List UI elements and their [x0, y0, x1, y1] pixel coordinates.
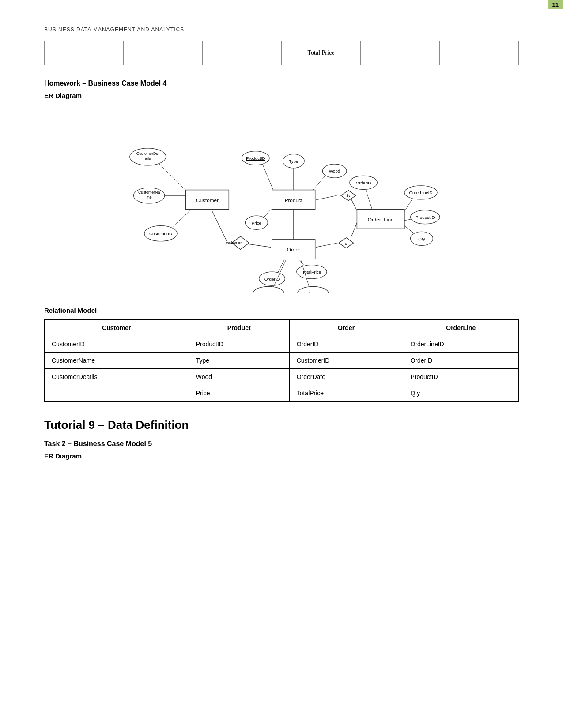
svg-text:OrderLineID: OrderLineID — [409, 190, 432, 195]
page: 11 BUSINESS DATA MANAGEMENT AND ANALYTIC… — [0, 0, 563, 491]
cell-productid2: ProductID — [403, 369, 519, 385]
cell-totalprice: TotalPrice — [289, 385, 403, 402]
svg-text:ails: ails — [145, 156, 151, 161]
cell-customerid2: CustomerID — [289, 353, 403, 369]
table-row: CustomerID ProductID OrderID OrderLineID — [45, 336, 519, 353]
svg-text:Customer: Customer — [196, 197, 219, 203]
cell-orderid2: OrderID — [403, 353, 519, 369]
productid-label: ProductID — [196, 341, 223, 348]
svg-text:CustomerNa: CustomerNa — [138, 190, 160, 195]
svg-text:Product: Product — [285, 197, 303, 203]
svg-line-4 — [316, 195, 337, 200]
er-diagram-heading: ER Diagram — [44, 92, 519, 99]
col-customer: Customer — [45, 320, 189, 336]
relational-table: Customer Product Order OrderLine Custome… — [44, 319, 519, 402]
table-row: Price TotalPrice Qty — [45, 385, 519, 402]
cell-wood: Wood — [189, 369, 289, 385]
svg-text:makes an: makes an — [226, 241, 242, 245]
cell-qty: Qty — [403, 385, 519, 402]
cell-1 — [45, 41, 124, 65]
svg-text:OrderID: OrderID — [356, 180, 371, 185]
cell-2 — [123, 41, 202, 65]
cell-empty — [45, 385, 189, 402]
table-row: CustomerDeatils Wood OrderDate ProductID — [45, 369, 519, 385]
tutorial-heading: Tutorial 9 – Data Definition — [44, 418, 519, 432]
cell-price: Price — [189, 385, 289, 402]
svg-text:for: for — [344, 241, 349, 246]
task-heading: Task 2 – Business Case Model 5 — [44, 440, 519, 448]
svg-line-5 — [351, 198, 357, 210]
homework-heading: Homework – Business Case Model 4 — [44, 79, 519, 87]
er-svg: CustomerDet ails CustomerNa me CustomerI… — [44, 107, 519, 293]
svg-line-37 — [277, 260, 284, 274]
col-order: Order — [289, 320, 403, 336]
svg-text:is: is — [347, 193, 350, 198]
customerid-label: CustomerID — [52, 341, 85, 348]
table-row: CustomerName Type CustomerID OrderID — [45, 353, 519, 369]
svg-line-3 — [351, 223, 357, 236]
svg-text:me: me — [147, 195, 152, 199]
relational-model-heading: Relational Model — [44, 307, 519, 314]
page-number: 11 — [548, 0, 563, 9]
svg-line-15 — [171, 210, 191, 228]
cell-customerdetails: CustomerDeatils — [45, 369, 189, 385]
svg-line-59 — [404, 198, 413, 211]
svg-text:Order_Line: Order_Line — [368, 217, 394, 222]
svg-text:CustomerID: CustomerID — [257, 291, 280, 293]
cell-total-price: Total Price — [281, 41, 360, 65]
svg-line-2 — [316, 243, 338, 248]
table-row: Total Price — [45, 41, 519, 65]
cell-customerid: CustomerID — [45, 336, 189, 353]
svg-text:OrderDate: OrderDate — [303, 291, 323, 293]
svg-text:CustomerID: CustomerID — [149, 231, 172, 236]
page-header: BUSINESS DATA MANAGEMENT AND ANALYTICS — [44, 26, 519, 33]
table-header-row: Customer Product Order OrderLine — [45, 320, 519, 336]
col-orderline: OrderLine — [403, 320, 519, 336]
er-diagram: CustomerDet ails CustomerNa me CustomerI… — [44, 107, 519, 293]
svg-text:ProductID: ProductID — [246, 156, 265, 161]
svg-text:Type: Type — [289, 159, 298, 164]
orderlineid-label: OrderLineID — [410, 341, 444, 348]
svg-line-20 — [262, 163, 274, 191]
cell-orderdate: OrderDate — [289, 369, 403, 385]
svg-text:Order: Order — [287, 247, 300, 252]
top-table: Total Price — [44, 41, 519, 65]
er-diagram-heading2: ER Diagram — [44, 452, 519, 460]
cell-productid: ProductID — [189, 336, 289, 353]
cell-6 — [439, 41, 518, 65]
col-product: Product — [189, 320, 289, 336]
svg-text:CustomerDet: CustomerDet — [136, 151, 159, 156]
cell-orderid: OrderID — [289, 336, 403, 353]
svg-line-26 — [312, 174, 327, 191]
svg-line-56 — [366, 189, 372, 210]
svg-line-65 — [404, 226, 415, 235]
orderid-label: OrderID — [297, 341, 319, 348]
svg-text:Price: Price — [252, 221, 261, 225]
cell-type: Type — [189, 353, 289, 369]
cell-orderlineid: OrderLineID — [403, 336, 519, 353]
cell-5 — [360, 41, 439, 65]
svg-line-7 — [159, 163, 186, 191]
svg-text:ProductID: ProductID — [416, 215, 435, 220]
svg-text:Qty: Qty — [418, 236, 425, 241]
cell-customername: CustomerName — [45, 353, 189, 369]
svg-text:Wood: Wood — [329, 169, 340, 173]
cell-3 — [202, 41, 281, 65]
